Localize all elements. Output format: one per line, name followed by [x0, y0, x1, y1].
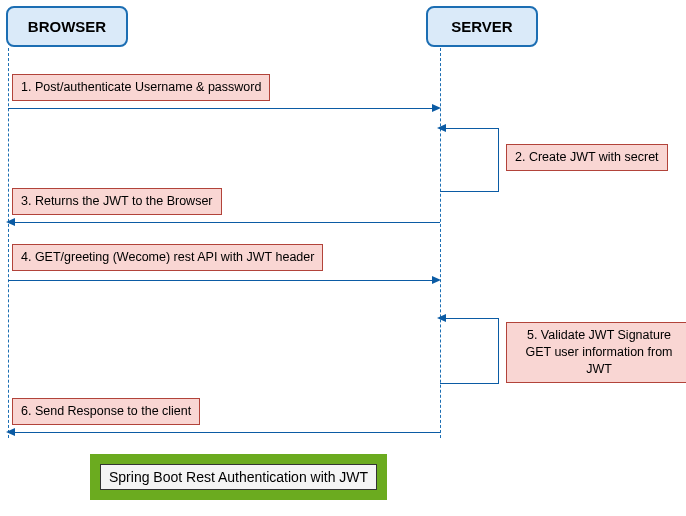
self-loop-2-head [437, 124, 446, 132]
step-1-label: 1. Post/authenticate Username & password [12, 74, 270, 101]
step-4-label: 4. GET/greeting (Wecome) rest API with J… [12, 244, 323, 271]
diagram-title: Spring Boot Rest Authentication with JWT [100, 464, 377, 490]
arrow-4 [8, 280, 433, 281]
title-banner: Spring Boot Rest Authentication with JWT [90, 454, 387, 500]
sequence-diagram: BROWSER SERVER 1. Post/authenticate User… [0, 0, 686, 516]
step-2-label: 2. Create JWT with secret [506, 144, 668, 171]
lifeline-browser [8, 48, 9, 438]
arrow-3 [14, 222, 440, 223]
arrow-6-head [6, 428, 15, 436]
arrow-3-head [6, 218, 15, 226]
self-loop-2 [440, 128, 499, 192]
self-loop-5-head [437, 314, 446, 322]
step-5-label: 5. Validate JWT Signature GET user infor… [506, 322, 686, 383]
arrow-6 [14, 432, 440, 433]
self-loop-5 [440, 318, 499, 384]
arrow-1 [8, 108, 433, 109]
step-3-label: 3. Returns the JWT to the Browser [12, 188, 222, 215]
arrow-1-head [432, 104, 441, 112]
step-6-label: 6. Send Response to the client [12, 398, 200, 425]
arrow-4-head [432, 276, 441, 284]
actor-server: SERVER [426, 6, 538, 47]
actor-browser: BROWSER [6, 6, 128, 47]
